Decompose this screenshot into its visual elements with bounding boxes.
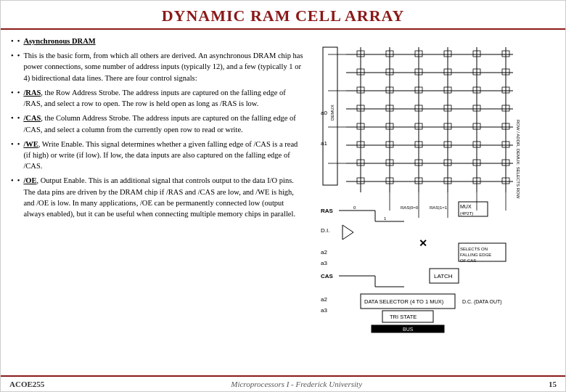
row-addr-label: ROW / ADDR, DEMUX: SELECTS ROW — [516, 120, 520, 199]
cas-label: CAS — [321, 273, 334, 279]
tri-state-label: TRI STATE — [390, 314, 417, 320]
bullet-text: /CAS, the Column Address Strobe. The add… — [23, 113, 304, 134]
bullet-list: • Asynchronous DRAM • This is the basic … — [11, 36, 304, 219]
mux-label: MUX — [460, 204, 472, 209]
list-item: • /OE, Output Enable. This is an additio… — [11, 175, 304, 219]
slide-body: • Asynchronous DRAM • This is the basic … — [1, 30, 565, 375]
latch-label: LATCH — [434, 273, 453, 279]
bullet-label: /CAS — [23, 114, 41, 122]
list-item: • This is the basic form, from which all… — [11, 50, 304, 83]
slide-container: DYNAMIC RAM CELL ARRAY • Asynchronous DR… — [0, 0, 566, 392]
list-item: • /WE, Write Enable. This signal determi… — [11, 139, 304, 172]
dc-data-out: D.C. (DATA OUT) — [462, 299, 502, 305]
bullet-text: /WE, Write Enable. This signal determine… — [23, 139, 304, 172]
data-selector-label: DATA SELECTOR (4 TO 1 MUX) — [364, 298, 444, 305]
ras-label: RAS — [321, 208, 334, 214]
bus-label: BUS — [403, 327, 414, 332]
bullet-text: /OE, Output Enable. This is an additiona… — [23, 175, 304, 219]
bullet-label: /WE — [23, 140, 38, 148]
x-mark: ✕ — [419, 237, 427, 249]
bullet-text: This is the basic form, from which all o… — [23, 50, 304, 83]
addr-label-a3: a3 — [321, 260, 327, 266]
dram-diagram: a0 a1 ROW / ADDR, DEMUX: SELECTS ROW RAS… — [317, 33, 557, 338]
mux-sublabel: (4P2T) — [460, 211, 473, 216]
demux-label: DEMUX — [330, 105, 335, 121]
addr-label-a2: a2 — [321, 249, 327, 256]
addr-label-a2b: a2 — [321, 296, 327, 303]
footer-left: ACOE255 — [9, 380, 44, 388]
footer-right: 15 — [549, 380, 557, 388]
select-label-1: SELECTS ON — [460, 247, 488, 251]
slide-footer: ACOE255 Microprocessors I - Frederick Un… — [1, 375, 565, 391]
bullet-label: /RAS — [23, 89, 41, 97]
cell-grid — [346, 47, 513, 192]
slide-diagram: a0 a1 ROW / ADDR, DEMUX: SELECTS ROW RAS… — [311, 30, 565, 375]
ras-waveform-0: 0 — [353, 205, 356, 210]
addr-label-a1: a1 — [321, 140, 327, 147]
bullet-label: Asynchronous DRAM — [23, 37, 95, 45]
addr-label-a3b: a3 — [321, 307, 327, 314]
slide-text: • Asynchronous DRAM • This is the basic … — [1, 30, 311, 375]
bullet-text: Asynchronous DRAM — [23, 36, 304, 46]
list-item: • Asynchronous DRAM — [11, 36, 304, 46]
ras-waveform-1: 1 — [384, 216, 387, 221]
bullet-label: /OE — [23, 176, 36, 184]
list-item: • /CAS, the Column Address Strobe. The a… — [11, 113, 304, 134]
footer-center: Microprocessors I - Frederick University — [231, 380, 362, 388]
select-label-3: OF CAS — [460, 258, 476, 263]
select-label-2: FALLING EDGE — [460, 253, 491, 257]
amp-symbol — [343, 225, 353, 240]
addr-label-a0: a0 — [321, 110, 327, 116]
ras-signal-box: RAS|0=0 — [401, 205, 419, 210]
bullet-text: /RAS, the Row Address Strobe. The addres… — [23, 87, 304, 109]
slide-title: DYNAMIC RAM CELL ARRAY — [1, 1, 565, 30]
ras-signal-box2: RAS|1=1 — [430, 205, 448, 210]
list-item: • /RAS, the Row Address Strobe. The addr… — [11, 87, 304, 109]
di-label: D.I. — [321, 227, 329, 234]
